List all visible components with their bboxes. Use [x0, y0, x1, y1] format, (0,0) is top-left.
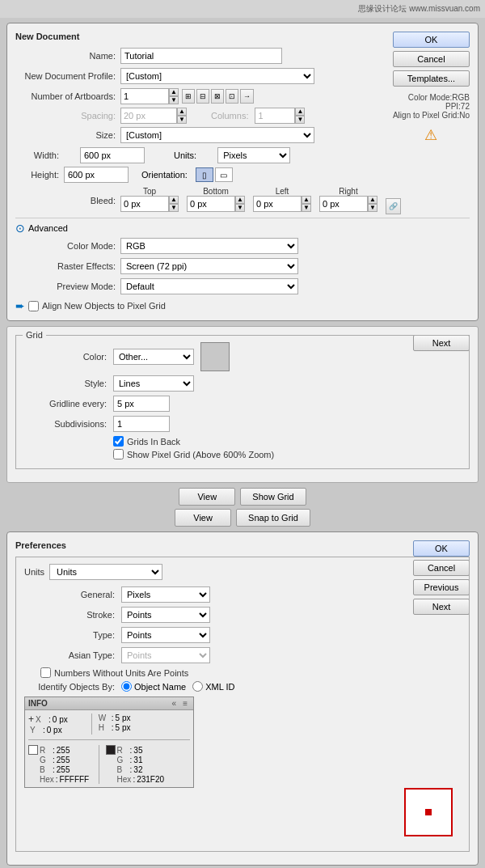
- grid-color-select[interactable]: Other...: [113, 349, 194, 365]
- columns-up-btn[interactable]: ▲: [295, 108, 305, 116]
- units-select[interactable]: Pixels: [217, 147, 290, 163]
- bleed-top-up[interactable]: ▲: [169, 196, 179, 204]
- spacing-up-btn[interactable]: ▲: [177, 108, 187, 116]
- ok-button[interactable]: OK: [393, 32, 470, 48]
- name-input[interactable]: [120, 48, 282, 64]
- numbers-label[interactable]: Numbers Without Units Are Points: [40, 667, 461, 678]
- size-select[interactable]: [Custom]: [120, 127, 314, 143]
- r1-value: 255: [57, 746, 89, 755]
- xml-id-radio[interactable]: [192, 681, 203, 692]
- type-row: Type: Points: [24, 627, 461, 643]
- columns-down-btn[interactable]: ▼: [295, 116, 305, 124]
- units-group-label: Units: [24, 567, 44, 577]
- color-mode-info: Color Mode:RGB: [393, 93, 470, 102]
- info-g1-row: G : 255: [28, 756, 92, 764]
- artboards-up-button[interactable]: ▲: [169, 88, 179, 96]
- artboards-spinbox[interactable]: ▲ ▼: [120, 88, 179, 104]
- info-collapse-btn[interactable]: «: [170, 699, 179, 708]
- spacing-input[interactable]: [120, 108, 177, 124]
- bleed-right-label: Right: [339, 187, 357, 196]
- spacing-down-btn[interactable]: ▼: [177, 116, 187, 124]
- show-pixel-grid-text: Show Pixel Grid (Above 600% Zoom): [127, 450, 274, 459]
- bleed-right-down[interactable]: ▼: [368, 204, 377, 212]
- artboards-input[interactable]: [120, 88, 169, 104]
- artboard-row-btn[interactable]: ⊟: [196, 89, 209, 104]
- view-button-2[interactable]: View: [175, 509, 231, 527]
- bleed-left-down[interactable]: ▼: [302, 204, 311, 212]
- raster-effects-row: Raster Effects: Screen (72 ppi): [15, 258, 470, 274]
- artboard-col-btn[interactable]: ⊠: [211, 89, 224, 104]
- stroke-select[interactable]: Points: [121, 607, 210, 623]
- artboards-down-button[interactable]: ▼: [169, 96, 179, 104]
- grids-in-back-text: Grids In Back: [127, 437, 180, 447]
- info-r2-row: R : 35: [106, 745, 170, 755]
- identify-label: Identify Objects By:: [24, 682, 121, 692]
- general-select[interactable]: Pixels: [121, 586, 210, 603]
- align-checkbox[interactable]: [28, 301, 39, 311]
- align-label-text: Align New Objects to Pixel Grid: [42, 301, 166, 311]
- align-checkbox-label[interactable]: Align New Objects to Pixel Grid: [28, 301, 166, 311]
- snap-to-grid-button[interactable]: Snap to Grid: [236, 509, 310, 527]
- portrait-button[interactable]: ▯: [196, 167, 213, 182]
- columns-label: Columns:: [211, 111, 248, 121]
- hex1-value: FFFFFF: [60, 775, 92, 784]
- landscape-button[interactable]: ▭: [215, 167, 233, 182]
- bleed-bottom-down[interactable]: ▼: [235, 204, 245, 212]
- templates-button[interactable]: Templates...: [393, 70, 470, 87]
- gridline-input[interactable]: [113, 396, 170, 412]
- info-divider-2: [99, 745, 99, 784]
- artboard-arrange-btn[interactable]: ⊡: [226, 89, 238, 104]
- grids-in-back-checkbox[interactable]: [113, 436, 124, 447]
- height-input[interactable]: [64, 167, 129, 183]
- bleed-bottom-up[interactable]: ▲: [235, 196, 245, 204]
- grid-style-select[interactable]: Lines: [113, 375, 194, 392]
- cancel-button[interactable]: Cancel: [393, 51, 470, 67]
- bleed-left-up[interactable]: ▲: [302, 196, 311, 204]
- grids-in-back-label[interactable]: Grids In Back: [113, 436, 461, 447]
- show-pixel-grid-checkbox[interactable]: [113, 449, 124, 459]
- advanced-section: ⊙ Advanced Color Mode: RGB Raster Effect…: [15, 218, 470, 312]
- asian-type-row: Asian Type: Points: [24, 647, 461, 663]
- prefs-ok-button[interactable]: OK: [413, 540, 470, 557]
- xml-id-option[interactable]: XML ID: [192, 681, 234, 692]
- color-mode-select[interactable]: RGB: [120, 238, 298, 254]
- bleed-top-input[interactable]: [120, 196, 169, 212]
- profile-select[interactable]: [Custom]: [120, 68, 314, 84]
- bleed-top-field: Top ▲ ▼: [120, 187, 179, 214]
- preview-mode-select[interactable]: Default: [120, 278, 298, 294]
- asian-type-select: Points: [121, 647, 210, 663]
- numbers-checkbox[interactable]: [40, 667, 51, 678]
- g1-value: 255: [57, 756, 89, 764]
- spacing-spinbox: ▲ ▼: [120, 108, 187, 124]
- info-menu-btn[interactable]: ≡: [180, 699, 190, 708]
- bleed-right-up[interactable]: ▲: [368, 196, 377, 204]
- view-button-1[interactable]: View: [179, 488, 235, 506]
- raster-effects-select[interactable]: Screen (72 ppi): [120, 258, 298, 274]
- grid-color-preview[interactable]: [200, 342, 230, 371]
- info-y-row: Y : 0 px: [28, 726, 85, 735]
- r2-value: 35: [133, 746, 166, 755]
- show-grid-button[interactable]: Show Grid: [240, 488, 306, 506]
- bleed-link-btn[interactable]: 🔗: [386, 198, 401, 214]
- bleed-top-down[interactable]: ▼: [169, 204, 179, 212]
- type-label: Type:: [24, 630, 121, 640]
- bleed-right-input[interactable]: [319, 196, 368, 212]
- bleed-left-input[interactable]: [253, 196, 302, 212]
- bleed-left-field: Left ▲ ▼: [253, 187, 311, 214]
- columns-input[interactable]: [255, 108, 295, 124]
- artboard-extra-btn[interactable]: →: [240, 89, 254, 104]
- width-input[interactable]: [80, 147, 145, 163]
- b1-value: 255: [57, 765, 89, 774]
- type-select[interactable]: Points: [121, 627, 210, 643]
- subdivisions-input[interactable]: [113, 416, 170, 432]
- bleed-bottom-input[interactable]: [187, 196, 235, 212]
- artboard-grid-btn[interactable]: ⊞: [182, 89, 195, 104]
- object-name-radio[interactable]: [121, 681, 132, 692]
- artboards-spin-buttons: ▲ ▼: [169, 88, 179, 104]
- grid-color-row: Color: Other...: [24, 342, 461, 371]
- object-name-option[interactable]: Object Name: [121, 681, 186, 692]
- advanced-header[interactable]: ⊙ Advanced: [15, 222, 470, 235]
- y-label: Y: [30, 726, 41, 735]
- units-section-select[interactable]: Units: [49, 564, 162, 580]
- show-pixel-grid-label[interactable]: Show Pixel Grid (Above 600% Zoom): [113, 449, 461, 459]
